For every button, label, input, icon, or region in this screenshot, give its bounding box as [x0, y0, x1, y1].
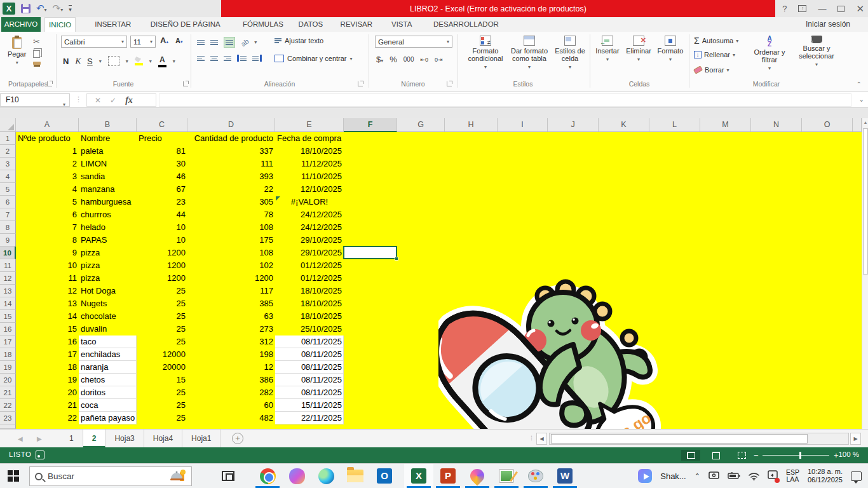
zoom-slider-thumb[interactable] [799, 452, 801, 459]
cell-E6[interactable]: #¡VALOR! [275, 196, 344, 208]
header-cell-A1[interactable]: Nºde producto [16, 132, 79, 145]
sign-in-link[interactable]: Iniciar sesión [806, 17, 850, 32]
bold-button[interactable]: N [63, 57, 69, 66]
fill-color-icon[interactable] [135, 57, 143, 65]
page-break-view-icon[interactable] [732, 450, 751, 461]
excel-logo-icon[interactable]: X [3, 3, 15, 15]
battery-icon[interactable] [728, 472, 740, 480]
vertical-scroll-thumb[interactable] [863, 128, 868, 274]
zoom-out-icon[interactable]: − [754, 451, 759, 460]
row-header-2[interactable]: 2 [0, 145, 16, 158]
cell-A13[interactable]: 12 [16, 285, 79, 297]
row-header-7[interactable]: 7 [0, 208, 16, 221]
cell-B7[interactable]: churrros [79, 208, 137, 221]
insert-cells-button[interactable]: ← Insertar ▾ [593, 36, 621, 64]
sheet-tab-1[interactable]: 1 [60, 430, 83, 447]
minimize-button[interactable]: — [818, 4, 826, 13]
taskbar-app-photos[interactable] [492, 464, 521, 488]
comma-style-button[interactable]: 000 [403, 56, 414, 63]
cell-B8[interactable]: helado [79, 221, 137, 234]
customize-qat-icon[interactable]: ▾ [69, 5, 72, 13]
row-header-5[interactable]: 5 [0, 183, 16, 196]
media-player-icon[interactable] [638, 469, 652, 483]
row-header-12[interactable]: 12 [0, 272, 16, 285]
cell-E19[interactable]: 08/11/2025 [275, 361, 344, 374]
column-header-L[interactable]: L [649, 118, 700, 132]
cell-D8[interactable]: 108 [187, 221, 275, 234]
align-center-icon[interactable] [210, 55, 218, 62]
taskbar-app-excel[interactable]: X [404, 464, 433, 488]
language-indicator[interactable]: ESPLAA [786, 469, 799, 483]
cell-A16[interactable]: 15 [16, 323, 79, 336]
cell-D3[interactable]: 111 [187, 158, 275, 170]
column-header-E[interactable]: E [275, 118, 344, 132]
cut-icon[interactable]: ✂ [33, 37, 41, 46]
prev-sheet-icon[interactable]: ◀ [18, 435, 23, 442]
restore-button[interactable] [837, 6, 844, 12]
cell-E2[interactable]: 18/10/2025 [275, 145, 344, 158]
cell-B15[interactable]: chocolate [79, 310, 137, 323]
cell-B18[interactable]: enchiladas [79, 348, 137, 361]
wifi-icon[interactable] [749, 472, 759, 480]
cell-B9[interactable]: PAPAS [79, 234, 137, 247]
cell-D11[interactable]: 102 [187, 259, 275, 272]
copy-icon[interactable] [33, 50, 40, 58]
cell-B5[interactable]: manzana [79, 183, 137, 196]
tab-dise-o-de-p-gina[interactable]: DISEÑO DE PÁGINA [147, 17, 224, 32]
cell-E10[interactable]: 29/10/2025 [275, 247, 344, 259]
cell-A10[interactable]: 9 [16, 247, 79, 259]
cell-A20[interactable]: 19 [16, 374, 79, 386]
cell-C14[interactable]: 25 [137, 297, 187, 310]
cell-C23[interactable]: 25 [137, 412, 187, 424]
cell-B21[interactable]: doritos [79, 386, 137, 399]
align-right-icon[interactable] [224, 55, 231, 62]
cell-E15[interactable]: 18/10/2025 [275, 310, 344, 323]
tab-insertar[interactable]: INSERTAR [91, 17, 135, 32]
cell-E22[interactable]: 15/11/2025 [275, 399, 344, 412]
cell-E3[interactable]: 11/12/2025 [275, 158, 344, 170]
cell-E11[interactable]: 01/12/2025 [275, 259, 344, 272]
align-left-icon[interactable] [197, 55, 205, 62]
currency-button[interactable]: $▾ [376, 55, 383, 64]
cell-B4[interactable]: sandia [79, 170, 137, 183]
cell-A12[interactable]: 11 [16, 272, 79, 285]
macro-record-icon[interactable] [36, 451, 44, 459]
cell-E13[interactable]: 18/10/2025 [275, 285, 344, 297]
cell-D15[interactable]: 63 [187, 310, 275, 323]
cell-A21[interactable]: 20 [16, 386, 79, 399]
tab-vista[interactable]: VISTA [388, 17, 416, 32]
cell-D22[interactable]: 60 [187, 399, 275, 412]
wrap-text-button[interactable]: Ajustar texto [275, 37, 323, 44]
name-box[interactable]: F10▾ [0, 93, 70, 107]
cell-E21[interactable]: 08/11/2025 [275, 386, 344, 399]
cell-A15[interactable]: 14 [16, 310, 79, 323]
new-sheet-icon[interactable]: + [232, 433, 243, 444]
percent-button[interactable]: % [390, 55, 397, 64]
cell-C9[interactable]: 10 [137, 234, 187, 247]
cell-E5[interactable]: 12/10/2025 [275, 183, 344, 196]
enter-formula-icon[interactable]: ✓ [110, 96, 116, 105]
media-title[interactable]: Shak... [660, 471, 686, 481]
cell-C5[interactable]: 67 [137, 183, 187, 196]
cell-C16[interactable]: 25 [137, 323, 187, 336]
ribbon-display-options-icon[interactable]: ↑ [798, 5, 806, 12]
next-sheet-icon[interactable]: ▶ [37, 435, 42, 442]
cell-C7[interactable]: 44 [137, 208, 187, 221]
taskbar-app-powerpoint[interactable]: P [433, 464, 463, 488]
screen-record-icon[interactable] [768, 470, 778, 482]
row-header-17[interactable]: 17 [0, 336, 16, 348]
orientation-icon[interactable]: ab [240, 37, 250, 48]
taskbar-search[interactable]: Buscar [29, 466, 192, 486]
cell-C3[interactable]: 30 [137, 158, 187, 170]
grow-font-button[interactable]: A▴ [160, 37, 168, 44]
notification-center-icon[interactable] [851, 471, 862, 481]
underline-button[interactable]: S [87, 57, 93, 66]
merge-center-button[interactable]: Combinar y centrar ▾ [275, 55, 353, 62]
clock[interactable]: 10:28 a. m.06/12/2025 [808, 468, 843, 484]
cell-E17[interactable]: 08/11/2025 [275, 336, 344, 348]
align-top-icon[interactable] [197, 39, 205, 46]
align-middle-icon[interactable] [210, 39, 218, 46]
taskbar-app-edge[interactable] [311, 464, 341, 488]
font-name-combobox[interactable]: Calibri▾ [61, 36, 127, 48]
horizontal-scrollbar[interactable] [549, 433, 849, 445]
